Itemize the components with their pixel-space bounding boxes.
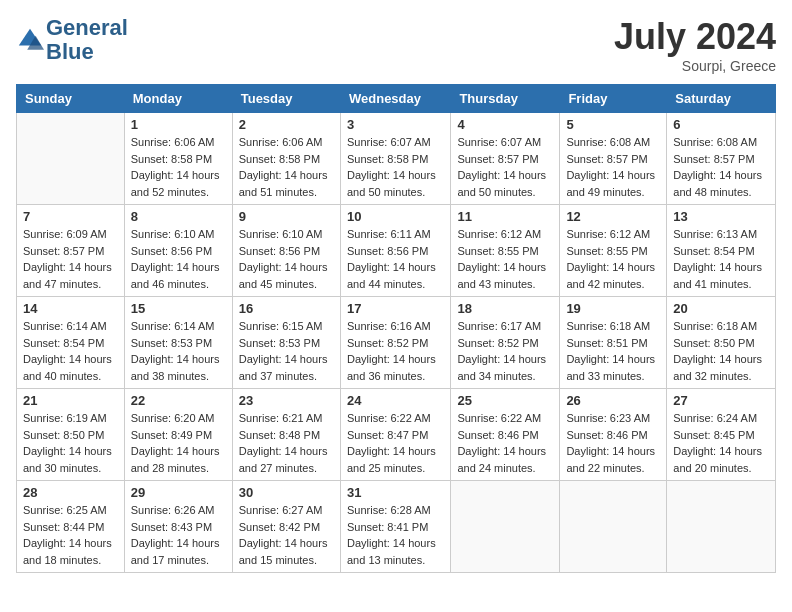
day-number: 24 [347, 393, 444, 408]
weekday-header-monday: Monday [124, 85, 232, 113]
day-info: Sunrise: 6:26 AM Sunset: 8:43 PM Dayligh… [131, 502, 226, 568]
weekday-header-friday: Friday [560, 85, 667, 113]
title-block: July 2024 Sourpi, Greece [614, 16, 776, 74]
month-year: July 2024 [614, 16, 776, 58]
day-number: 2 [239, 117, 334, 132]
day-number: 12 [566, 209, 660, 224]
day-number: 7 [23, 209, 118, 224]
day-info: Sunrise: 6:18 AM Sunset: 8:51 PM Dayligh… [566, 318, 660, 384]
weekday-header-tuesday: Tuesday [232, 85, 340, 113]
calendar-cell: 13Sunrise: 6:13 AM Sunset: 8:54 PM Dayli… [667, 205, 776, 297]
calendar-cell: 8Sunrise: 6:10 AM Sunset: 8:56 PM Daylig… [124, 205, 232, 297]
day-info: Sunrise: 6:13 AM Sunset: 8:54 PM Dayligh… [673, 226, 769, 292]
day-number: 5 [566, 117, 660, 132]
day-info: Sunrise: 6:23 AM Sunset: 8:46 PM Dayligh… [566, 410, 660, 476]
logo-text-line1: General [46, 16, 128, 40]
day-number: 13 [673, 209, 769, 224]
week-row-1: 1Sunrise: 6:06 AM Sunset: 8:58 PM Daylig… [17, 113, 776, 205]
calendar-cell: 22Sunrise: 6:20 AM Sunset: 8:49 PM Dayli… [124, 389, 232, 481]
day-info: Sunrise: 6:19 AM Sunset: 8:50 PM Dayligh… [23, 410, 118, 476]
week-row-3: 14Sunrise: 6:14 AM Sunset: 8:54 PM Dayli… [17, 297, 776, 389]
day-info: Sunrise: 6:10 AM Sunset: 8:56 PM Dayligh… [131, 226, 226, 292]
day-number: 16 [239, 301, 334, 316]
day-number: 8 [131, 209, 226, 224]
calendar-cell: 16Sunrise: 6:15 AM Sunset: 8:53 PM Dayli… [232, 297, 340, 389]
calendar-cell: 12Sunrise: 6:12 AM Sunset: 8:55 PM Dayli… [560, 205, 667, 297]
calendar-cell: 14Sunrise: 6:14 AM Sunset: 8:54 PM Dayli… [17, 297, 125, 389]
calendar-cell: 24Sunrise: 6:22 AM Sunset: 8:47 PM Dayli… [340, 389, 450, 481]
day-number: 17 [347, 301, 444, 316]
day-number: 4 [457, 117, 553, 132]
calendar-cell: 1Sunrise: 6:06 AM Sunset: 8:58 PM Daylig… [124, 113, 232, 205]
weekday-header-saturday: Saturday [667, 85, 776, 113]
calendar-cell: 2Sunrise: 6:06 AM Sunset: 8:58 PM Daylig… [232, 113, 340, 205]
day-info: Sunrise: 6:22 AM Sunset: 8:47 PM Dayligh… [347, 410, 444, 476]
weekday-header-thursday: Thursday [451, 85, 560, 113]
calendar-cell: 27Sunrise: 6:24 AM Sunset: 8:45 PM Dayli… [667, 389, 776, 481]
calendar-cell: 6Sunrise: 6:08 AM Sunset: 8:57 PM Daylig… [667, 113, 776, 205]
calendar-cell: 30Sunrise: 6:27 AM Sunset: 8:42 PM Dayli… [232, 481, 340, 573]
calendar-cell: 25Sunrise: 6:22 AM Sunset: 8:46 PM Dayli… [451, 389, 560, 481]
calendar-cell: 31Sunrise: 6:28 AM Sunset: 8:41 PM Dayli… [340, 481, 450, 573]
day-info: Sunrise: 6:08 AM Sunset: 8:57 PM Dayligh… [566, 134, 660, 200]
day-info: Sunrise: 6:27 AM Sunset: 8:42 PM Dayligh… [239, 502, 334, 568]
day-number: 27 [673, 393, 769, 408]
day-number: 11 [457, 209, 553, 224]
week-row-4: 21Sunrise: 6:19 AM Sunset: 8:50 PM Dayli… [17, 389, 776, 481]
day-info: Sunrise: 6:14 AM Sunset: 8:53 PM Dayligh… [131, 318, 226, 384]
day-number: 31 [347, 485, 444, 500]
day-info: Sunrise: 6:20 AM Sunset: 8:49 PM Dayligh… [131, 410, 226, 476]
day-info: Sunrise: 6:06 AM Sunset: 8:58 PM Dayligh… [131, 134, 226, 200]
calendar-cell [451, 481, 560, 573]
day-info: Sunrise: 6:28 AM Sunset: 8:41 PM Dayligh… [347, 502, 444, 568]
calendar-cell: 17Sunrise: 6:16 AM Sunset: 8:52 PM Dayli… [340, 297, 450, 389]
day-info: Sunrise: 6:22 AM Sunset: 8:46 PM Dayligh… [457, 410, 553, 476]
logo-icon [16, 26, 44, 54]
day-info: Sunrise: 6:18 AM Sunset: 8:50 PM Dayligh… [673, 318, 769, 384]
day-info: Sunrise: 6:14 AM Sunset: 8:54 PM Dayligh… [23, 318, 118, 384]
calendar-cell: 26Sunrise: 6:23 AM Sunset: 8:46 PM Dayli… [560, 389, 667, 481]
day-info: Sunrise: 6:24 AM Sunset: 8:45 PM Dayligh… [673, 410, 769, 476]
day-number: 26 [566, 393, 660, 408]
calendar-cell: 19Sunrise: 6:18 AM Sunset: 8:51 PM Dayli… [560, 297, 667, 389]
calendar-cell: 28Sunrise: 6:25 AM Sunset: 8:44 PM Dayli… [17, 481, 125, 573]
day-info: Sunrise: 6:21 AM Sunset: 8:48 PM Dayligh… [239, 410, 334, 476]
weekday-header-sunday: Sunday [17, 85, 125, 113]
day-info: Sunrise: 6:06 AM Sunset: 8:58 PM Dayligh… [239, 134, 334, 200]
day-number: 18 [457, 301, 553, 316]
calendar-cell: 23Sunrise: 6:21 AM Sunset: 8:48 PM Dayli… [232, 389, 340, 481]
day-number: 21 [23, 393, 118, 408]
calendar-cell: 9Sunrise: 6:10 AM Sunset: 8:56 PM Daylig… [232, 205, 340, 297]
calendar-cell [560, 481, 667, 573]
day-number: 1 [131, 117, 226, 132]
day-info: Sunrise: 6:16 AM Sunset: 8:52 PM Dayligh… [347, 318, 444, 384]
calendar-cell: 11Sunrise: 6:12 AM Sunset: 8:55 PM Dayli… [451, 205, 560, 297]
day-number: 28 [23, 485, 118, 500]
calendar-cell: 15Sunrise: 6:14 AM Sunset: 8:53 PM Dayli… [124, 297, 232, 389]
calendar-cell: 3Sunrise: 6:07 AM Sunset: 8:58 PM Daylig… [340, 113, 450, 205]
logo: General Blue [16, 16, 128, 64]
page-header: General Blue July 2024 Sourpi, Greece [16, 16, 776, 74]
calendar-cell: 20Sunrise: 6:18 AM Sunset: 8:50 PM Dayli… [667, 297, 776, 389]
day-info: Sunrise: 6:12 AM Sunset: 8:55 PM Dayligh… [566, 226, 660, 292]
day-info: Sunrise: 6:11 AM Sunset: 8:56 PM Dayligh… [347, 226, 444, 292]
calendar-cell: 5Sunrise: 6:08 AM Sunset: 8:57 PM Daylig… [560, 113, 667, 205]
day-info: Sunrise: 6:25 AM Sunset: 8:44 PM Dayligh… [23, 502, 118, 568]
day-info: Sunrise: 6:10 AM Sunset: 8:56 PM Dayligh… [239, 226, 334, 292]
day-number: 10 [347, 209, 444, 224]
day-info: Sunrise: 6:17 AM Sunset: 8:52 PM Dayligh… [457, 318, 553, 384]
day-number: 29 [131, 485, 226, 500]
calendar-cell: 7Sunrise: 6:09 AM Sunset: 8:57 PM Daylig… [17, 205, 125, 297]
logo-text-line2: Blue [46, 40, 128, 64]
calendar-cell [667, 481, 776, 573]
day-info: Sunrise: 6:07 AM Sunset: 8:57 PM Dayligh… [457, 134, 553, 200]
calendar-cell: 10Sunrise: 6:11 AM Sunset: 8:56 PM Dayli… [340, 205, 450, 297]
day-number: 20 [673, 301, 769, 316]
week-row-5: 28Sunrise: 6:25 AM Sunset: 8:44 PM Dayli… [17, 481, 776, 573]
calendar-cell: 29Sunrise: 6:26 AM Sunset: 8:43 PM Dayli… [124, 481, 232, 573]
day-number: 23 [239, 393, 334, 408]
day-number: 19 [566, 301, 660, 316]
day-info: Sunrise: 6:07 AM Sunset: 8:58 PM Dayligh… [347, 134, 444, 200]
day-number: 25 [457, 393, 553, 408]
day-number: 9 [239, 209, 334, 224]
